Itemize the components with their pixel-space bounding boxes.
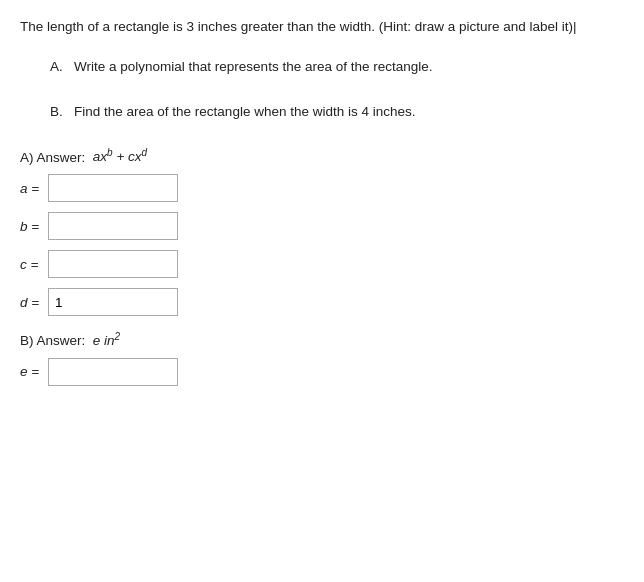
label-a: a = — [20, 181, 48, 196]
part-b-question: B. Find the area of the rectangle when t… — [50, 101, 624, 123]
problem-intro: The length of a rectangle is 3 inches gr… — [20, 16, 624, 38]
input-b[interactable] — [48, 212, 178, 240]
part-a-question: A. Write a polynomial that represents th… — [50, 56, 624, 78]
answer-a-label: A) Answer: axb + cxd — [20, 147, 624, 165]
answer-b-section: B) Answer: e in2 e = — [20, 330, 624, 386]
input-a[interactable] — [48, 174, 178, 202]
answer-b-label: B) Answer: e in2 — [20, 330, 624, 348]
answer-a-section: A) Answer: axb + cxd a = b = c = d = — [20, 147, 624, 317]
part-b-text: Find the area of the rectangle when the … — [74, 104, 415, 119]
field-row-a: a = — [20, 174, 624, 202]
field-row-d: d = — [20, 288, 624, 316]
part-b-label: B. — [50, 104, 63, 119]
label-b: b = — [20, 219, 48, 234]
label-e: e = — [20, 364, 48, 379]
input-e[interactable] — [48, 358, 178, 386]
part-a-label: A. — [50, 59, 63, 74]
field-row-b: b = — [20, 212, 624, 240]
label-c: c = — [20, 257, 48, 272]
label-d: d = — [20, 295, 48, 310]
field-row-e: e = — [20, 358, 624, 386]
part-a-text: Write a polynomial that represents the a… — [74, 59, 432, 74]
field-row-c: c = — [20, 250, 624, 278]
input-d[interactable] — [48, 288, 178, 316]
input-c[interactable] — [48, 250, 178, 278]
